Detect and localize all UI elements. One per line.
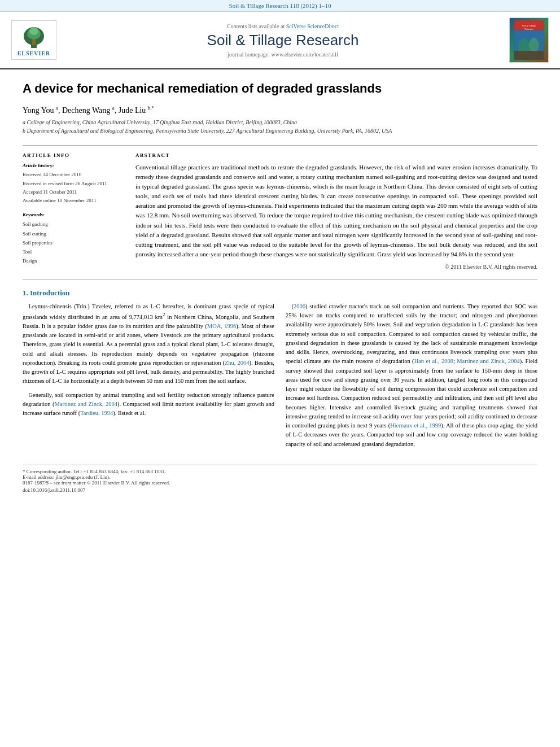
journal-citation: Soil & Tillage Research 118 (2012) 1–10 xyxy=(229,2,331,9)
article-info-header: ARTICLE INFO xyxy=(23,152,124,158)
issn-note: 0167-1987/$ – see front matter © 2011 El… xyxy=(23,480,537,486)
authors-line: Yong You a, Decheng Wang a, Jude Liu b,* xyxy=(23,105,537,115)
abstract-text: Conventional tillage practices are tradi… xyxy=(135,163,537,259)
keyword-1: Soil gashing xyxy=(23,220,124,229)
ref-tardieu[interactable]: Tardieu, 1994 xyxy=(80,410,113,416)
elsevier-brand: ELSEVIER xyxy=(18,50,51,56)
ref-moa[interactable]: MOA, 1996 xyxy=(207,323,236,329)
body-columns: Leymus-chinensis (Trin.) Tzvelev, referr… xyxy=(23,302,537,453)
intro-heading: 1. Introduction xyxy=(23,289,537,298)
author-jude-sup: b,* xyxy=(148,105,154,111)
keyword-3: Soil properties xyxy=(23,238,124,247)
sciverse-link[interactable]: SciVerse ScienceDirect xyxy=(286,23,339,29)
keywords-label: Keywords: xyxy=(23,212,124,217)
ref-2006[interactable]: 2006 xyxy=(294,303,305,309)
cover-art-icon: Soil & Tillage Research xyxy=(512,20,546,60)
received-date: Received 14 December 2010 Received in re… xyxy=(23,171,124,205)
footer-notes: * Corresponding author. Tel.: +1 814 863… xyxy=(23,465,537,493)
intro-para-2: Generally, soil compaction by animal tra… xyxy=(23,391,274,418)
intro-para-3: (2006) studied crawler tractor's track o… xyxy=(286,302,537,449)
journal-homepage: journal homepage: www.elsevier.com/locat… xyxy=(62,51,504,58)
elsevier-tree-icon xyxy=(17,24,51,49)
section-divider xyxy=(23,279,537,279)
article-info-abstract: ARTICLE INFO Article history: Received 1… xyxy=(23,145,537,269)
keyword-5: Design xyxy=(23,256,124,265)
ref-hiernaux[interactable]: Hiernaux et al., 1999 xyxy=(390,422,441,429)
svg-point-3 xyxy=(29,27,38,35)
sciverse-line: Contents lists available at SciVerse Sci… xyxy=(62,23,504,29)
keyword-2: Soil cutting xyxy=(23,229,124,238)
corresponding-note: * Corresponding author. Tel.: +1 814 863… xyxy=(23,469,537,474)
author-jude: Jude Liu xyxy=(119,106,146,114)
right-column: ABSTRACT Conventional tillage practices … xyxy=(135,152,537,269)
doi-note: doi:10.1016/j.still.2011.10.007 xyxy=(23,487,537,493)
author-decheng-sup: a xyxy=(112,105,115,111)
svg-rect-4 xyxy=(32,40,36,45)
author-yong-sup: a xyxy=(56,105,58,111)
ref-martinez-zinck[interactable]: Martinez and Zinck, 2004 xyxy=(55,401,118,407)
body-left-col: Leymus-chinensis (Trin.) Tzvelev, referr… xyxy=(23,302,274,453)
journal-title-block: Contents lists available at SciVerse Sci… xyxy=(62,23,504,58)
svg-text:Soil & Tillage: Soil & Tillage xyxy=(522,24,536,27)
history-label: Article history: xyxy=(23,163,124,168)
keyword-list: Soil gashing Soil cutting Soil propertie… xyxy=(23,220,124,265)
email-note: E-mail address: jliu@engr.psu.edu (J. Li… xyxy=(23,474,537,480)
author-yong: Yong You xyxy=(23,106,54,114)
ref-han[interactable]: Han et al., 2008 xyxy=(414,358,453,364)
left-column: ARTICLE INFO Article history: Received 1… xyxy=(23,152,124,269)
author-decheng: Decheng Wang xyxy=(62,106,110,114)
intro-left-text: Leymus-chinensis (Trin.) Tzvelev, referr… xyxy=(23,302,274,418)
article-history: Article history: Received 14 December 20… xyxy=(23,163,124,205)
journal-name: Soil & Tillage Research xyxy=(62,32,504,49)
svg-text:Research: Research xyxy=(525,28,533,30)
intro-para-1: Leymus-chinensis (Trin.) Tzvelev, referr… xyxy=(23,302,274,386)
ref-zhu[interactable]: Zhu, 2004 xyxy=(225,360,250,366)
journal-header: ELSEVIER Contents lists available at Sci… xyxy=(0,12,560,69)
abstract-header: ABSTRACT xyxy=(135,152,537,158)
affiliation-a: a College of Engineering, China Agricult… xyxy=(23,119,537,125)
body-right-col: (2006) studied crawler tractor's track o… xyxy=(286,302,537,453)
copyright-line: © 2011 Elsevier B.V. All rights reserved… xyxy=(135,264,537,270)
journal-cover-image: Soil & Tillage Research xyxy=(509,18,549,63)
svg-point-11 xyxy=(529,38,539,53)
main-content: A device for mechanical remediation of d… xyxy=(0,69,560,504)
intro-right-text: (2006) studied crawler tractor's track o… xyxy=(286,302,537,449)
affiliation-b: b Department of Agricultural and Biologi… xyxy=(23,128,537,134)
keywords-section: Keywords: Soil gashing Soil cutting Soil… xyxy=(23,212,124,265)
article-title: A device for mechanical remediation of d… xyxy=(23,81,537,97)
elsevier-logo: ELSEVIER xyxy=(11,20,56,60)
svg-rect-12 xyxy=(514,51,544,60)
keyword-4: Tool xyxy=(23,247,124,256)
journal-citation-bar: Soil & Tillage Research 118 (2012) 1–10 xyxy=(0,0,560,12)
ref-martinez-zinck2[interactable]: Martinez and Zinck, 2004 xyxy=(457,358,520,364)
